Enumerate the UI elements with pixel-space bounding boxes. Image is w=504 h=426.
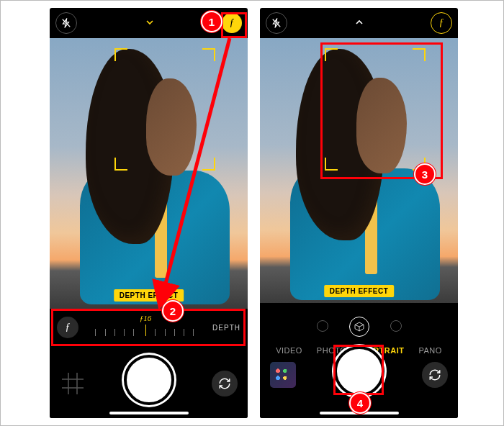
chevron-up-icon[interactable]	[354, 17, 365, 30]
focus-frame	[325, 48, 426, 171]
home-indicator[interactable]	[320, 412, 399, 414]
flash-off-icon[interactable]	[266, 12, 287, 34]
viewfinder[interactable]: DEPTH EFFECT	[260, 38, 458, 304]
grid-icon[interactable]	[60, 371, 86, 396]
aperture-slider[interactable]: ƒ16	[86, 317, 205, 338]
shutter-button[interactable]	[334, 346, 384, 396]
camera-top-bar: ƒ	[50, 8, 248, 38]
camera-top-bar: ƒ	[260, 8, 458, 38]
filter-prev-icon[interactable]	[317, 320, 328, 332]
flash-off-icon[interactable]	[55, 12, 77, 34]
camera-bottom-bar	[50, 346, 248, 418]
home-indicator[interactable]	[109, 412, 189, 414]
chevron-down-icon[interactable]	[144, 17, 156, 30]
filter-row[interactable]	[260, 310, 458, 342]
tutorial-figure: ƒ DEPTH EFFECT ƒ ƒ16 DEPT	[0, 0, 504, 426]
svg-line-8	[359, 325, 364, 327]
depth-effect-badge: DEPTH EFFECT	[324, 285, 395, 297]
svg-line-7	[355, 325, 359, 327]
phone-screenshot-right: ƒ DEPTH EFFECT	[260, 8, 458, 418]
phone-screenshot-left: ƒ DEPTH EFFECT ƒ ƒ16 DEPT	[50, 8, 248, 418]
aperture-button[interactable]: ƒ	[431, 12, 452, 34]
filter-next-icon[interactable]	[390, 320, 402, 332]
depth-control-row[interactable]: ƒ ƒ16 DEPTH	[50, 309, 248, 346]
switch-camera-icon[interactable]	[212, 371, 238, 396]
focus-frame	[114, 48, 215, 171]
viewfinder[interactable]: DEPTH EFFECT	[50, 38, 248, 309]
filter-cube-icon[interactable]	[349, 317, 369, 337]
switch-camera-icon[interactable]	[422, 362, 448, 388]
depth-label: DEPTH	[212, 324, 240, 332]
aperture-button[interactable]: ƒ	[222, 13, 242, 33]
aperture-icon[interactable]: ƒ	[57, 317, 78, 338]
depth-effect-badge: DEPTH EFFECT	[114, 289, 184, 302]
mode-video[interactable]: VIDEO	[276, 346, 302, 355]
camera-bottom-bar: VIDEO PHOTO PORTRAIT PANO	[260, 303, 458, 418]
shutter-button[interactable]	[124, 355, 174, 405]
last-photo-thumbnail[interactable]	[270, 362, 296, 388]
aperture-value: ƒ16	[140, 314, 152, 322]
mode-pano[interactable]: PANO	[419, 346, 442, 355]
